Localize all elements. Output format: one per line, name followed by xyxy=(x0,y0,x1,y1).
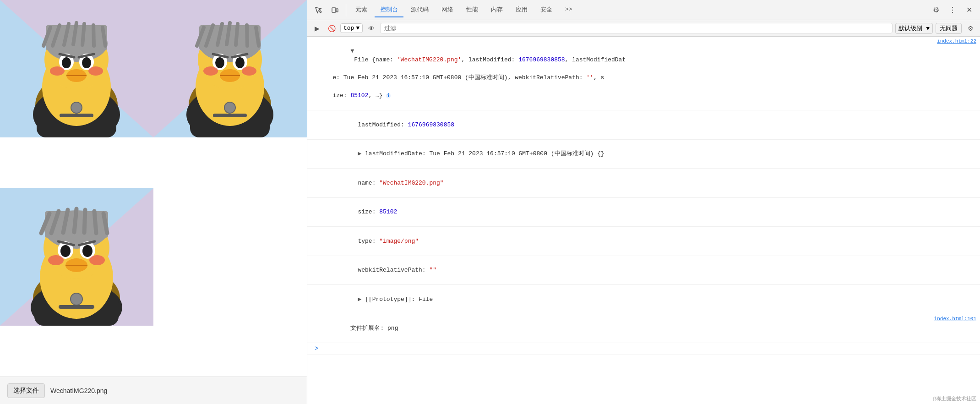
device-toggle-icon[interactable] xyxy=(327,3,342,17)
no-issues-button[interactable]: 无问题 xyxy=(936,23,962,34)
console-line-ext: 文件扩展名: png index.html:101 xyxy=(307,314,980,344)
eye-icon[interactable]: 👁 xyxy=(365,22,377,34)
svg-point-51 xyxy=(242,66,256,76)
svg-line-13 xyxy=(82,24,84,45)
console-content-1: ▼ File {name: 'WechatIMG220.png', lastMo… xyxy=(311,38,930,109)
left-panel: 选择文件 WechatIMG220.png xyxy=(0,0,307,404)
console-content-ext: 文件扩展名: png xyxy=(311,315,927,342)
context-selector[interactable]: top ▼ xyxy=(340,23,363,33)
svg-line-14 xyxy=(93,25,94,46)
line-ref-2[interactable]: index.html:101 xyxy=(927,315,976,323)
console-prompt-icon[interactable]: > xyxy=(311,344,318,354)
top-label: top xyxy=(343,25,354,32)
tab-elements[interactable]: 元素 xyxy=(350,3,373,17)
console-line-lastmodifieddate: ▶ lastModifiedDate: Tue Feb 21 2023 16:5… xyxy=(307,140,980,169)
tab-application[interactable]: 应用 xyxy=(510,3,533,17)
image-cell-top-left xyxy=(0,0,153,137)
separator-1 xyxy=(346,4,346,16)
svg-point-46 xyxy=(215,57,224,68)
console-settings-icon[interactable]: ⚙ xyxy=(964,22,976,34)
svg-line-69 xyxy=(84,210,85,233)
svg-point-79 xyxy=(89,255,105,265)
console-text-file3: ize: 85102, …} ℹ xyxy=(322,92,391,99)
tab-more[interactable]: >> xyxy=(560,3,578,16)
svg-point-75 xyxy=(82,245,93,257)
devtools-topbar: 元素 控制台 源代码 网络 性能 内存 应用 安全 >> ⚙ ⋮ ✕ xyxy=(307,0,980,20)
tab-security[interactable]: 安全 xyxy=(535,3,558,17)
run-script-icon[interactable]: ▶ xyxy=(311,22,323,34)
svg-point-74 xyxy=(60,245,71,257)
filter-input[interactable] xyxy=(380,23,893,33)
svg-rect-83 xyxy=(59,305,94,309)
tab-memory[interactable]: 内存 xyxy=(485,3,508,17)
image-grid xyxy=(0,0,307,377)
svg-line-68 xyxy=(74,209,76,232)
svg-point-23 xyxy=(88,66,103,76)
image-cell-bottom-left xyxy=(0,188,153,326)
svg-point-26 xyxy=(71,102,82,113)
image-cell-top-right xyxy=(153,0,307,137)
settings-icon[interactable]: ⚙ xyxy=(929,3,943,17)
svg-point-19 xyxy=(82,57,91,68)
tab-network[interactable]: 网络 xyxy=(436,3,459,17)
devtools-right-icons: ⚙ ⋮ ✕ xyxy=(929,3,976,17)
expand-triangle-1[interactable]: ▼ xyxy=(350,48,354,55)
console-content-name: name: "WechatIMG220.png" xyxy=(311,169,976,197)
console-prompt-row: > xyxy=(307,343,980,355)
expand-triangle-2[interactable]: ▶ xyxy=(358,150,361,157)
line-ref-1[interactable]: index.html:22 xyxy=(930,38,976,45)
devtools-toolbar: ▶ 🚫 top ▼ 👁 默认级别 ▼ 无问题 ⚙ xyxy=(307,20,980,37)
console-text-file: File {name: 'WechatIMG220.png', lastModi… xyxy=(350,56,626,63)
console-line-type: type: "image/png" xyxy=(307,227,980,256)
watermark-text: @稀土掘金技术社区 xyxy=(933,395,976,402)
svg-line-70 xyxy=(94,211,96,233)
svg-point-78 xyxy=(48,255,64,265)
svg-rect-55 xyxy=(213,114,247,117)
file-name-display: WechatIMG220.png xyxy=(50,387,107,394)
close-devtools-icon[interactable]: ✕ xyxy=(962,3,976,17)
tab-console[interactable]: 控制台 xyxy=(375,3,403,17)
console-line-size: size: 85102 xyxy=(307,198,980,227)
console-line-webkitpath: webkitRelativePath: "" xyxy=(307,256,980,285)
console-content-lastmodified: lastModified: 1676969830858 xyxy=(311,111,976,138)
console-line-name: name: "WechatIMG220.png" xyxy=(307,169,980,198)
more-options-icon[interactable]: ⋮ xyxy=(945,3,960,17)
svg-point-47 xyxy=(235,57,245,68)
console-content-prototype: ▶ [[Prototype]]: File xyxy=(311,286,976,313)
console-content-size: size: 85102 xyxy=(311,199,976,226)
choose-file-button[interactable]: 选择文件 xyxy=(7,383,45,398)
svg-rect-27 xyxy=(60,114,93,117)
devtools-panel: 元素 控制台 源代码 网络 性能 内存 应用 安全 >> ⚙ ⋮ ✕ ▶ 🚫 t… xyxy=(307,0,980,404)
tab-performance[interactable]: 性能 xyxy=(461,3,484,17)
dropdown-arrow-icon: ▼ xyxy=(356,25,359,32)
console-content-lastmodifieddate: ▶ lastModifiedDate: Tue Feb 21 2023 16:5… xyxy=(311,141,976,168)
expand-triangle-3[interactable]: ▶ xyxy=(358,296,361,303)
tab-sources[interactable]: 源代码 xyxy=(405,3,434,17)
svg-rect-84 xyxy=(332,8,336,12)
console-content-type: type: "image/png" xyxy=(311,228,976,255)
svg-point-54 xyxy=(224,102,235,113)
svg-point-22 xyxy=(50,66,65,76)
log-level-selector[interactable]: 默认级别 ▼ xyxy=(895,23,933,34)
console-line-prototype: ▶ [[Prototype]]: File xyxy=(307,285,980,314)
console-output: ▼ File {name: 'WechatIMG220.png', lastMo… xyxy=(307,37,980,404)
stop-script-icon[interactable]: 🚫 xyxy=(326,22,338,34)
svg-rect-85 xyxy=(336,9,338,12)
svg-line-42 xyxy=(247,25,247,46)
svg-line-41 xyxy=(236,24,238,45)
inspect-element-icon[interactable] xyxy=(311,3,326,17)
console-line-lastmodified: lastModified: 1676969830858 xyxy=(307,110,980,140)
svg-point-82 xyxy=(71,293,82,305)
svg-point-18 xyxy=(62,57,71,68)
image-cell-empty xyxy=(153,188,307,326)
file-input-bar: 选择文件 WechatIMG220.png xyxy=(0,377,307,404)
console-content-webkitpath: webkitRelativePath: "" xyxy=(311,257,976,284)
console-text-file2: e: Tue Feb 21 2023 16:57:10 GMT+0800 (中国… xyxy=(322,74,604,81)
svg-point-50 xyxy=(203,66,218,76)
console-line-1: ▼ File {name: 'WechatIMG220.png', lastMo… xyxy=(307,37,980,110)
